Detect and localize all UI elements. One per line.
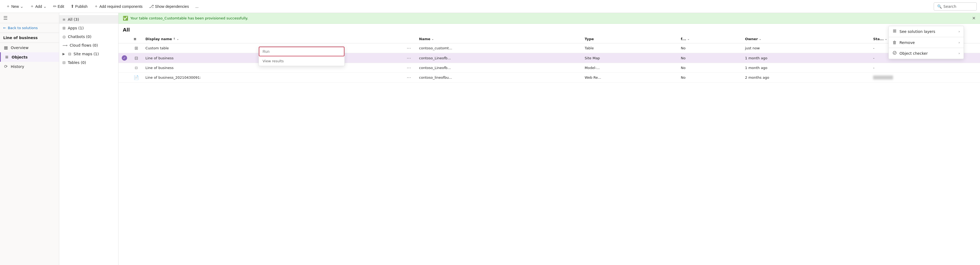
tables-icon: ⊟ [62,61,66,65]
search-box[interactable]: 🔍 Search [934,2,977,11]
site-maps-icon: ⊟ [68,52,72,56]
sort-icon4: ⌄ [759,37,761,41]
row2-owner: 1 month ago [742,53,870,63]
row4-name: contoso_lineofbu... [416,73,581,83]
site-maps-expand-icon: ▶ [62,52,65,56]
row2-more-icon[interactable]: ⋯ [405,55,412,61]
row2-managed: No [678,53,742,63]
row4-menu[interactable]: ⋯ [402,73,416,83]
sidebar-header: ☰ [0,13,59,23]
row1-icon: ⊞ [130,43,142,53]
sort-icon3: ⌄ [687,37,690,41]
sidebar-item-objects[interactable]: ≡ Objects [0,52,59,62]
col-owner[interactable]: Owner ⌄ [742,35,870,43]
row2-menu[interactable]: ⋯ [402,53,416,63]
main-layout: ☰ ← Back to solutions Line of business ▦… [0,13,980,265]
table-row[interactable]: ⊞ Custom table ⋯ contoso_customt... Tabl [118,43,980,53]
sidebar-item-overview[interactable]: ▦ Overview [0,43,59,52]
run-input[interactable] [262,49,340,54]
more-button[interactable]: ... [192,3,201,10]
history-icon: ⟳ [3,64,9,69]
see-layers-arrow-icon: › [958,30,960,34]
sidebar-item-history[interactable]: ⟳ History [0,62,59,71]
row4-managed: No [678,73,742,83]
sub-nav-chatbots[interactable]: ◎ Chatbots (0) [59,32,118,41]
row4-owner: 2 months ago [742,73,870,83]
col-name[interactable]: Name ⌄ [416,35,581,43]
col-type[interactable]: Type [581,35,678,43]
row3-managed: No [678,63,742,73]
sort-icon2: ⌄ [431,37,434,41]
sub-nav-tables[interactable]: ⊟ Tables (0) [59,58,118,67]
remove-icon: 🗑 [892,40,897,45]
sub-nav-apps[interactable]: ⊞ Apps (1) [59,24,118,32]
add-button[interactable]: ＋ Add ⌄ [27,2,49,11]
main-content: ✅ Your table contoso_Customtable has bee… [118,13,980,265]
row2-icon: ⊟ [130,53,142,63]
new-button[interactable]: ＋ New ⌄ [3,2,26,11]
show-dependencies-button[interactable]: ⎇ Show dependencies [146,2,191,11]
object-checker-icon [892,51,897,56]
row1-owner: just now [742,43,870,53]
publish-icon: ⬆ [70,4,74,9]
row1-managed: No [678,43,742,53]
row4-check [118,73,130,83]
content-heading: All [118,24,980,35]
row3-menu[interactable]: ⋯ [402,63,416,73]
chatbots-icon: ◎ [62,35,66,39]
row4-more-icon[interactable]: ⋯ [405,74,412,81]
overview-icon: ▦ [3,45,9,50]
col-managed[interactable]: f... ⌄ [678,35,742,43]
plus-icon: ＋ [6,3,10,9]
sort-icon: ↑ ⌄ [173,37,179,41]
row1-menu[interactable]: ⋯ [402,43,416,53]
col-menu-header [402,35,416,43]
search-icon: 🔍 [937,4,942,9]
sub-nav-site-maps[interactable]: ▶ ⊟ Site maps (1) [59,49,118,58]
context-menu-object-checker[interactable]: Object checker › [889,48,964,59]
row3-status: - [870,63,980,73]
content-area: ≡ All (3) ⊞ Apps (1) ◎ Chatbots (0) ⟿ Cl… [59,13,980,265]
edit-button[interactable]: ✏ Edit [50,2,67,11]
row4-status-blurred: ■■■■■■ [873,75,893,80]
sub-nav-cloud-flows[interactable]: ⟿ Cloud flows (0) [59,41,118,49]
table-row[interactable]: 📄 Line of business_20210430091: ⋯ contos… [118,73,980,83]
col-type-icon: ≡ [130,35,142,43]
objects-icon: ≡ [4,54,10,59]
add-required-button[interactable]: ＋ Add required components [91,2,145,11]
selected-check-icon: ✓ [122,55,127,61]
row3-check [118,63,130,73]
table-row[interactable]: ✓ ⊟ Line of business ⋯ contoso_Lineofb.. [118,53,980,63]
run-input-container[interactable] [259,46,344,56]
model-icon: ⊡ [135,66,138,70]
row3-type: Model-... [581,63,678,73]
run-dropdown: View results [259,46,345,66]
table-row[interactable]: ⊡ Line of business ⋯ contoso_Lineofb... [118,63,980,73]
row3-more-icon[interactable]: ⋯ [405,65,412,71]
sub-nav-all[interactable]: ≡ All (3) [59,15,118,24]
success-banner: ✅ Your table contoso_Customtable has bee… [118,13,980,24]
context-menu-remove[interactable]: 🗑 Remove › [889,37,964,48]
banner-close-button[interactable]: ✕ [972,16,976,21]
context-menu-see-solution-layers[interactable]: See solution layers › [889,26,964,37]
solution-title: Line of business [0,33,59,43]
hamburger-icon[interactable]: ☰ [3,15,8,21]
remove-arrow-icon: › [958,41,960,45]
view-results-item[interactable]: View results [259,56,344,66]
row1-name: contoso_customt... [416,43,581,53]
cloud-flows-icon: ⟿ [62,43,68,48]
back-to-solutions-link[interactable]: ← Back to solutions [0,23,59,33]
data-table: ≡ Display name ↑ ⌄ Name ⌄ [118,35,980,83]
svg-rect-2 [893,32,896,32]
row1-more-icon[interactable]: ⋯ [405,45,412,51]
publish-button[interactable]: ⬆ Publish [68,2,90,11]
success-check-icon: ✅ [123,16,128,21]
sidebar: ☰ ← Back to solutions Line of business ▦… [0,13,59,265]
row4-status: ■■■■■■ [870,73,980,83]
col-display-name[interactable]: Display name ↑ ⌄ [142,35,402,43]
all-icon: ≡ [62,17,66,22]
apps-icon: ⊞ [62,26,66,30]
row1-type: Table [581,43,678,53]
sitemap-icon: ⊟ [134,56,138,61]
row4-type: Web Re... [581,73,678,83]
